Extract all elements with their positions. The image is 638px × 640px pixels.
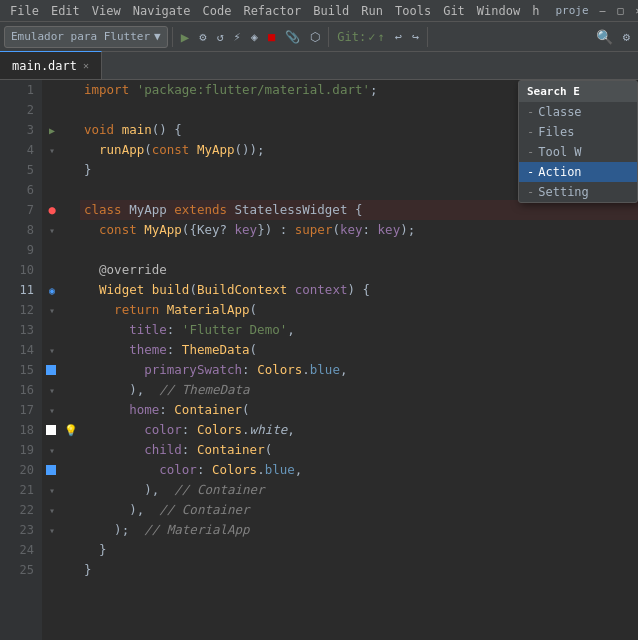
settings-button[interactable]: ⚙ <box>619 25 634 49</box>
kw-super: super <box>295 220 333 240</box>
side-ind-24 <box>62 540 80 560</box>
undo-button[interactable]: ↩ <box>391 25 406 49</box>
fold-icon-12[interactable]: ▾ <box>49 305 55 316</box>
fold-icon-22[interactable]: ▾ <box>49 505 55 516</box>
tab-close-icon[interactable]: ✕ <box>83 60 89 71</box>
side-ind-20 <box>62 460 80 480</box>
val-blue-20: blue <box>265 460 295 480</box>
gutter-3-run[interactable]: ▶ <box>42 120 62 140</box>
reload-button[interactable]: ↺ <box>212 25 227 49</box>
side-ind-9 <box>62 240 80 260</box>
brace-24: } <box>99 540 107 560</box>
close-button[interactable]: ✕ <box>631 3 638 19</box>
dropdown-item-classes[interactable]: - Classe <box>519 102 637 122</box>
colon-17: : <box>159 400 174 420</box>
paren-4b: ()); <box>235 140 265 160</box>
code-line-21: ), // Container <box>80 480 638 500</box>
comma-13: , <box>287 320 295 340</box>
brace-25: } <box>84 560 92 580</box>
code-editor[interactable]: import 'package:flutter/material.dart'; … <box>80 80 638 640</box>
dropdown-item-files[interactable]: - Files <box>519 122 637 142</box>
menu-edit[interactable]: Edit <box>45 0 86 21</box>
run-button[interactable]: ▶ <box>177 25 193 49</box>
fold-icon-17[interactable]: ▾ <box>49 405 55 416</box>
hot-reload-button[interactable]: ⚡ <box>230 25 245 49</box>
emulator-dropdown[interactable]: Emulador para Flutter ▼ <box>4 26 168 48</box>
menu-h[interactable]: h <box>526 0 545 21</box>
attach-button[interactable]: 📎 <box>281 25 304 49</box>
side-ind-13 <box>62 320 80 340</box>
menu-build[interactable]: Build <box>307 0 355 21</box>
menu-file[interactable]: File <box>4 0 45 21</box>
breakpoint-icon: ● <box>48 203 55 217</box>
search-everywhere-button[interactable]: 🔍 <box>592 25 617 49</box>
menu-git[interactable]: Git <box>437 0 471 21</box>
editor-area: 1 2 3 4 5 6 7 8 9 10 11 12 13 14 15 16 1… <box>0 80 638 640</box>
cmt-container-21: // Container <box>174 480 264 500</box>
coverage-button[interactable]: ⬡ <box>306 25 324 49</box>
dropdown-item-toolwindows[interactable]: - Tool W <box>519 142 637 162</box>
menu-run[interactable]: Run <box>355 0 389 21</box>
line-num-4: 4 <box>4 140 34 160</box>
comma-15: , <box>340 360 348 380</box>
menu-tools[interactable]: Tools <box>389 0 437 21</box>
gutter-11-scope[interactable]: ◉ <box>42 280 62 300</box>
code-line-12: return MaterialApp( <box>80 300 638 320</box>
brace-5: } <box>84 160 92 180</box>
fold-icon-21[interactable]: ▾ <box>49 485 55 496</box>
gutter-21: ▾ <box>42 480 62 500</box>
indent-20 <box>84 460 159 480</box>
toolbar-separator-1 <box>172 27 173 47</box>
fold-icon-4[interactable]: ▾ <box>49 145 55 156</box>
dropdown-header: Search E <box>519 81 637 102</box>
paren-3: () { <box>152 120 182 140</box>
class-myapp: MyApp <box>129 200 174 220</box>
profile-button[interactable]: ◈ <box>247 25 262 49</box>
dropdown-label-settings: Setting <box>538 185 589 199</box>
gutter-24 <box>42 540 62 560</box>
build-button[interactable]: ⚙ <box>195 25 210 49</box>
indent-10 <box>84 260 99 280</box>
side-ind-12 <box>62 300 80 320</box>
dropdown-item-settings[interactable]: - Setting <box>519 182 637 202</box>
dropdown-arrow-icon: ▼ <box>154 30 161 43</box>
indent-24 <box>84 540 99 560</box>
menu-window[interactable]: Window <box>471 0 526 21</box>
fold-icon-16[interactable]: ▾ <box>49 385 55 396</box>
gutter-7-break[interactable]: ● <box>42 200 62 220</box>
type-widget: Widget <box>99 280 152 300</box>
dropdown-item-actions[interactable]: - Action <box>519 162 637 182</box>
colon-20: : <box>197 460 212 480</box>
menu-refactor[interactable]: Refactor <box>237 0 307 21</box>
fold-icon-14[interactable]: ▾ <box>49 345 55 356</box>
menu-view[interactable]: View <box>86 0 127 21</box>
gutter-20-blue <box>42 460 62 480</box>
maximize-button[interactable]: □ <box>613 3 629 19</box>
menu-navigate[interactable]: Navigate <box>127 0 197 21</box>
code-line-7: class MyApp extends StatelessWidget { <box>80 200 638 220</box>
tab-main-dart[interactable]: main.dart ✕ <box>0 51 102 79</box>
menu-code[interactable]: Code <box>197 0 238 21</box>
line-num-10: 10 <box>4 260 34 280</box>
redo-button[interactable]: ↪ <box>408 25 423 49</box>
git-status[interactable]: Git: ✓ ↑ <box>333 25 388 49</box>
close-8b: ); <box>400 220 415 240</box>
stop-button[interactable]: ■ <box>264 25 279 49</box>
kw-class: class <box>84 200 129 220</box>
fn-main: main <box>122 120 152 140</box>
fold-icon-8[interactable]: ▾ <box>49 225 55 236</box>
close-22: ), <box>129 500 159 520</box>
fold-icon-19[interactable]: ▾ <box>49 445 55 456</box>
code-line-11: Widget build(BuildContext context) { <box>80 280 638 300</box>
fn-container1: Container <box>174 400 242 420</box>
fold-icon-23[interactable]: ▾ <box>49 525 55 536</box>
fn-themedata: ThemeData <box>182 340 250 360</box>
minimize-button[interactable]: — <box>595 3 611 19</box>
paren-11a: ( <box>189 280 197 300</box>
cmt-themedata: // ThemeData <box>159 380 249 400</box>
git-label: Git: <box>337 30 366 44</box>
close-16: ), <box>129 380 159 400</box>
side-ind-5 <box>62 160 80 180</box>
side-ind-18-bulb[interactable]: 💡 <box>62 420 80 440</box>
cmt-container-22: // Container <box>159 500 249 520</box>
